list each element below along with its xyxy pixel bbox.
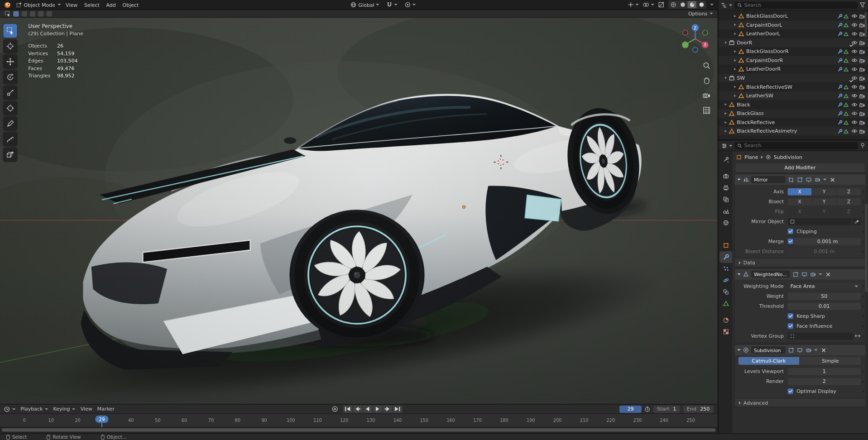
delete-modifier-button[interactable] xyxy=(829,176,836,183)
merge-checkbox[interactable] xyxy=(788,239,793,244)
transform-tool[interactable] xyxy=(3,101,17,115)
outliner-row[interactable]: ▸ LeatherSW xyxy=(719,91,868,100)
expand-toggle[interactable]: ▸ xyxy=(723,118,729,127)
display-realtime-toggle[interactable] xyxy=(806,176,812,183)
properties-scrollbar[interactable] xyxy=(865,204,868,292)
expand-toggle[interactable]: ▾ xyxy=(723,38,729,47)
collapse-icon[interactable] xyxy=(737,349,740,351)
menu-add[interactable]: Add xyxy=(106,2,116,7)
shading-material-button[interactable] xyxy=(687,1,696,8)
tab-render[interactable] xyxy=(719,171,732,182)
chevron-down-icon[interactable] xyxy=(710,4,713,6)
mirror-panel-header[interactable]: Mirror xyxy=(734,174,866,185)
select-mode-new-button[interactable] xyxy=(13,11,19,16)
outliner-row[interactable]: ▸ CarpaintDoorL xyxy=(719,20,868,29)
tab-scene[interactable] xyxy=(719,206,732,217)
pin-icon[interactable] xyxy=(860,143,865,148)
disable-in-render-toggle[interactable] xyxy=(858,67,866,72)
expand-toggle[interactable]: ▸ xyxy=(732,56,738,65)
outliner-row[interactable]: ▸ CarpaintDoorR xyxy=(719,56,868,65)
move-tool[interactable] xyxy=(3,55,17,69)
zoom-button[interactable] xyxy=(702,61,711,70)
hide-in-viewport-toggle[interactable] xyxy=(850,111,858,116)
outliner-row[interactable]: ▸ BlackGlassDoorR xyxy=(719,47,868,56)
measure-tool[interactable] xyxy=(3,132,17,146)
subdivision-panel-header[interactable]: Subdivision xyxy=(734,345,866,355)
bisect-distance-field[interactable]: 0.001 m xyxy=(788,248,861,255)
flip-z-button[interactable]: Z xyxy=(837,208,861,215)
stopwatch-icon[interactable] xyxy=(644,406,650,412)
expand-toggle[interactable]: ▸ xyxy=(732,47,738,56)
outliner-row[interactable]: ▸ LeatherDoorR xyxy=(719,65,868,74)
transform-orientation-dropdown[interactable]: Global xyxy=(350,2,379,8)
disable-in-render-toggle[interactable] xyxy=(858,40,866,45)
disable-in-render-toggle[interactable] xyxy=(858,102,866,107)
timeline-ruler[interactable]: 0102030405060708090100110120130140150160… xyxy=(0,414,717,427)
show-gizmo-dropdown[interactable] xyxy=(628,2,638,8)
snap-toggle[interactable] xyxy=(386,2,397,8)
tab-object[interactable] xyxy=(719,239,732,251)
merge-threshold-field[interactable]: 0.001 m xyxy=(794,238,861,245)
outliner-search-input[interactable] xyxy=(744,2,855,8)
threshold-field[interactable]: 0.01 xyxy=(788,302,861,310)
outliner-editor-type-dropdown[interactable] xyxy=(721,2,732,8)
mirror-object-field[interactable] xyxy=(788,218,852,225)
expand-toggle[interactable]: ▸ xyxy=(723,100,729,109)
options-dropdown[interactable]: Options xyxy=(688,11,713,16)
horizontal-scrollbar[interactable] xyxy=(2,428,716,431)
render-levels-field[interactable]: 2 xyxy=(788,378,861,385)
hide-in-viewport-toggle[interactable] xyxy=(850,120,858,124)
disable-in-render-toggle[interactable] xyxy=(858,76,866,81)
proportional-editing-toggle[interactable] xyxy=(405,2,416,8)
axis-y-button[interactable]: Y xyxy=(812,188,836,195)
collapse-icon[interactable] xyxy=(737,273,740,275)
playhead[interactable]: 29 xyxy=(95,416,108,423)
bisect-z-button[interactable]: Z xyxy=(837,198,861,205)
rotate-tool[interactable] xyxy=(3,70,17,84)
outliner-row[interactable]: ▸ Black xyxy=(719,100,868,109)
frame-end-field[interactable]: End250 xyxy=(683,405,714,412)
toggle-projection-button[interactable] xyxy=(702,105,711,115)
xray-toggle[interactable] xyxy=(658,2,664,8)
hide-in-viewport-toggle[interactable] xyxy=(850,58,858,62)
shading-wireframe-button[interactable] xyxy=(669,1,678,8)
modifier-name-field[interactable]: WeightedNo... xyxy=(751,271,790,278)
camera-view-button[interactable] xyxy=(702,91,711,100)
expand-toggle[interactable]: ▸ xyxy=(723,127,729,136)
extras-dropdown-icon[interactable] xyxy=(823,179,826,181)
modifier-name-field[interactable]: Mirror xyxy=(751,176,786,183)
outliner-row[interactable]: ▸ LeatherDoorL xyxy=(719,29,868,38)
cursor-tool[interactable] xyxy=(3,39,17,53)
delete-modifier-button[interactable] xyxy=(825,271,831,277)
clipping-checkbox[interactable] xyxy=(788,229,793,234)
expand-toggle[interactable]: ▸ xyxy=(732,20,738,29)
shading-solid-button[interactable] xyxy=(678,1,687,8)
show-overlays-dropdown[interactable] xyxy=(643,2,654,8)
previous-keyframe-button[interactable] xyxy=(353,405,363,412)
properties-search-input[interactable] xyxy=(744,143,855,148)
pan-hand-button[interactable] xyxy=(702,76,711,85)
keying-menu[interactable]: Keying xyxy=(53,406,76,411)
properties-editor-type-dropdown[interactable] xyxy=(721,143,732,148)
display-in-editmode-toggle[interactable] xyxy=(796,176,803,183)
advanced-subpanel[interactable]: Advanced xyxy=(734,398,866,407)
jump-to-end-button[interactable] xyxy=(393,405,403,412)
outliner-row[interactable]: ▸ BlackReflectiveSW xyxy=(719,82,868,91)
select-mode-subtract-button[interactable] xyxy=(30,11,35,16)
weight-field[interactable]: 50 xyxy=(788,292,861,300)
blender-logo-icon[interactable] xyxy=(4,1,11,8)
display-render-toggle[interactable] xyxy=(810,271,816,277)
hide-in-viewport-toggle[interactable] xyxy=(850,14,858,19)
3d-viewport[interactable]: User Perspective (29) Collection | Plane… xyxy=(0,18,717,404)
properties-search[interactable] xyxy=(734,142,858,149)
delete-modifier-button[interactable] xyxy=(820,347,827,354)
disable-in-render-toggle[interactable] xyxy=(858,93,866,98)
axis-z-button[interactable]: Z xyxy=(837,188,861,195)
expand-toggle[interactable]: ▸ xyxy=(732,91,738,100)
tab-modifiers[interactable] xyxy=(719,251,732,263)
face-influence-checkbox[interactable] xyxy=(788,323,793,329)
select-mode-invert-button[interactable] xyxy=(38,11,43,16)
expand-toggle[interactable]: ▸ xyxy=(732,29,738,38)
expand-toggle[interactable]: ▸ xyxy=(732,82,738,91)
display-in-editmode-toggle[interactable] xyxy=(788,347,795,354)
